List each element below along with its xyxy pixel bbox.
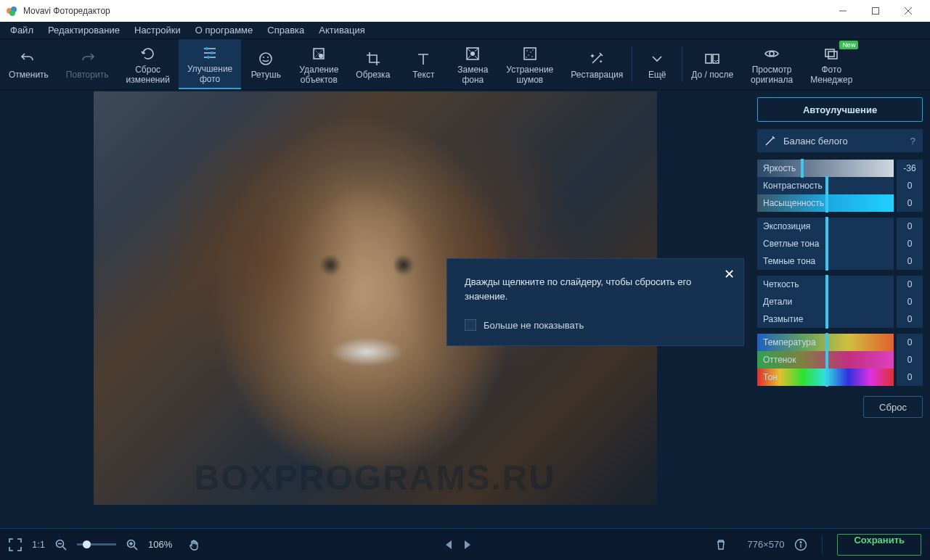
auto-enhance-button[interactable]: Автоулучшение <box>757 97 923 122</box>
slider-handle[interactable] <box>825 234 828 253</box>
slider-saturation[interactable]: Насыщенность 0 <box>757 194 923 212</box>
slider-sharpness[interactable]: Четкость 0 <box>757 276 923 293</box>
prev-icon[interactable] <box>444 540 453 550</box>
wand-icon <box>589 49 605 69</box>
slider-handle[interactable] <box>825 368 828 387</box>
slider-handle[interactable] <box>825 217 828 236</box>
slider-handle[interactable] <box>825 292 828 311</box>
tool-before[interactable]: До / после <box>682 39 742 89</box>
tool-bg[interactable]: Заменафона <box>448 39 497 89</box>
dont-show-row[interactable]: Больше не показывать <box>465 319 726 331</box>
slider-track[interactable]: Тон <box>757 368 894 386</box>
slider-value: 0 <box>897 368 923 386</box>
zoom-slider[interactable] <box>77 543 116 545</box>
tool-label: Ретушь <box>251 70 281 81</box>
reset-button[interactable]: Сброс <box>863 396 923 418</box>
zoom-in-icon[interactable] <box>126 539 138 551</box>
slider-label: Тон <box>763 372 778 382</box>
save-button[interactable]: Сохранить <box>837 534 921 556</box>
close-button[interactable] <box>892 0 924 22</box>
hand-tool-icon[interactable] <box>188 538 201 551</box>
menu-4[interactable]: Справка <box>260 25 311 36</box>
slider-track[interactable]: Темные тона <box>757 252 894 270</box>
slider-handle[interactable] <box>825 275 828 294</box>
tool-retouch[interactable]: Ретушь <box>241 39 290 89</box>
slider-tint[interactable]: Оттенок 0 <box>757 351 923 368</box>
chevdown-icon <box>649 49 665 69</box>
slider-track[interactable]: Детали <box>757 293 894 310</box>
slider-temperature[interactable]: Температура 0 <box>757 334 923 351</box>
slider-track[interactable]: Оттенок <box>757 351 894 368</box>
slider-track[interactable]: Светлые тона <box>757 235 894 252</box>
svg-line-33 <box>63 546 67 550</box>
tool-manager[interactable]: ФотоМенеджерNew <box>801 39 861 89</box>
tool-label: Замена <box>457 65 488 75</box>
tool-label: объектов <box>301 75 338 86</box>
app-logo-icon <box>6 5 17 17</box>
svg-line-36 <box>134 546 138 550</box>
slider-handle[interactable] <box>825 176 828 195</box>
tool-crop[interactable]: Обрезка <box>347 39 399 89</box>
slider-handle[interactable] <box>825 310 828 329</box>
trash-icon[interactable] <box>715 539 727 551</box>
tool-restore[interactable]: Реставрация <box>562 39 632 89</box>
next-icon[interactable] <box>463 540 472 550</box>
slider-label: Насыщенность <box>763 198 824 208</box>
slider-handle[interactable] <box>801 159 804 178</box>
tool-undo[interactable]: Отменить <box>0 39 57 89</box>
slider-details[interactable]: Детали 0 <box>757 293 923 310</box>
tool-reset[interactable]: Сбросизменений <box>117 39 178 89</box>
maximize-button[interactable] <box>859 0 892 22</box>
slider-track[interactable]: Размытие <box>757 310 894 328</box>
menu-3[interactable]: О программе <box>188 25 261 36</box>
zoom-out-icon[interactable] <box>55 539 67 551</box>
slider-label: Размытие <box>763 314 803 324</box>
slider-label: Темные тона <box>763 256 815 266</box>
svg-rect-30 <box>825 49 834 57</box>
slider-handle[interactable] <box>825 333 828 352</box>
tool-redo[interactable]: Повторить <box>57 39 118 89</box>
menu-5[interactable]: Активация <box>311 25 372 36</box>
slider-shadows[interactable]: Темные тона 0 <box>757 252 923 270</box>
close-icon[interactable]: ✕ <box>724 266 735 282</box>
slider-contrast[interactable]: Контрастность 0 <box>757 177 923 194</box>
slider-handle[interactable] <box>825 194 828 213</box>
slider-track[interactable]: Яркость <box>757 160 894 177</box>
minimize-button[interactable] <box>826 0 859 22</box>
slider-blur[interactable]: Размытие 0 <box>757 310 923 328</box>
menu-1[interactable]: Редактирование <box>41 25 127 36</box>
slider-value: 0 <box>897 276 923 293</box>
tool-more[interactable]: Ещё <box>632 39 682 89</box>
menu-2[interactable]: Настройки <box>127 25 188 36</box>
slider-value: 0 <box>897 235 923 252</box>
svg-point-14 <box>263 57 264 58</box>
slider-handle[interactable] <box>825 252 828 271</box>
slider-track[interactable]: Четкость <box>757 276 894 293</box>
slider-handle[interactable] <box>825 350 828 369</box>
svg-point-15 <box>267 57 269 58</box>
info-icon[interactable] <box>794 538 807 551</box>
slider-track[interactable]: Насыщенность <box>757 194 894 212</box>
slider-track[interactable]: Контрастность <box>757 177 894 194</box>
tool-orig[interactable]: Просмотроригинала <box>742 39 801 89</box>
help-icon[interactable]: ? <box>910 136 915 147</box>
tool-enhance[interactable]: Улучшениефото <box>179 39 241 89</box>
tool-label: шумов <box>516 75 543 86</box>
checkbox-icon[interactable] <box>465 319 476 331</box>
fullscreen-icon[interactable] <box>9 538 22 551</box>
slider-brightness[interactable]: Яркость -36 <box>757 160 923 177</box>
tool-label: Просмотр <box>752 65 792 75</box>
white-balance-tool[interactable]: Баланс белого ? <box>757 129 923 152</box>
slider-highlights[interactable]: Светлые тона 0 <box>757 235 923 252</box>
tool-remove[interactable]: Удалениеобъектов <box>290 39 347 89</box>
slider-exposure[interactable]: Экспозиция 0 <box>757 218 923 235</box>
white-balance-label: Баланс белого <box>783 136 848 147</box>
tool-label: Улучшение <box>187 65 232 75</box>
menu-0[interactable]: Файл <box>3 25 41 36</box>
slider-track[interactable]: Температура <box>757 334 894 351</box>
fit-label[interactable]: 1:1 <box>32 539 45 550</box>
slider-track[interactable]: Экспозиция <box>757 218 894 235</box>
tool-text[interactable]: Текст <box>399 39 448 89</box>
tool-noise[interactable]: Устранениешумов <box>497 39 562 89</box>
slider-hue[interactable]: Тон 0 <box>757 368 923 386</box>
